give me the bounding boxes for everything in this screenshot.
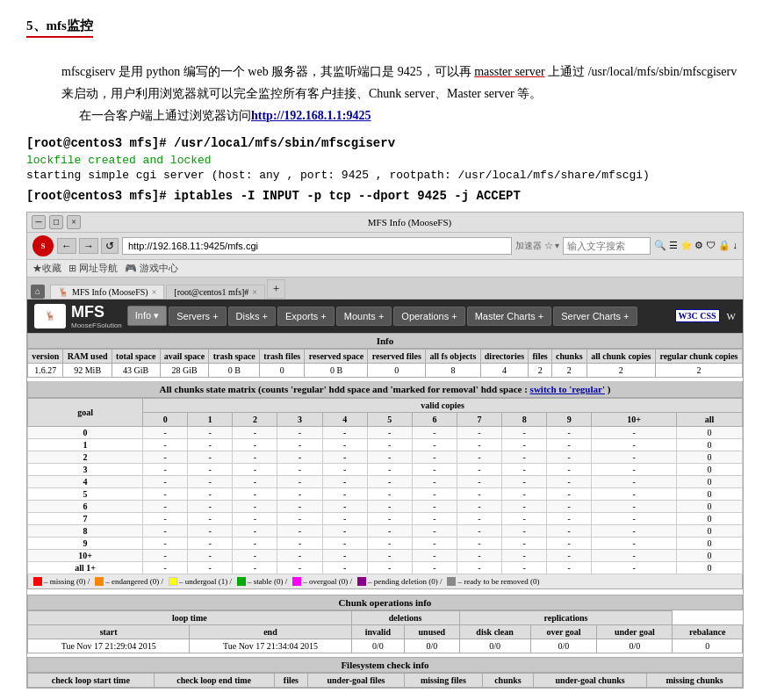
- mfs-header: 🦌 MFS MooseFSolution Info ▾ Servers + Di…: [27, 299, 743, 333]
- matrix-cell: -: [592, 438, 677, 451]
- col-rebalance: rebalance: [673, 624, 743, 639]
- browser-tab-mfs[interactable]: 🦌 MFS Info (MooseFS) ×: [50, 285, 164, 299]
- browser-forward-btn[interactable]: →: [79, 238, 98, 254]
- home-icon[interactable]: ⌂: [31, 285, 45, 299]
- matrix-switch-link[interactable]: switch to 'regular': [530, 384, 605, 394]
- cell-disk-clean: 0/0: [459, 639, 530, 653]
- matrix-row: 1-----------0: [28, 438, 743, 451]
- fs-cell-5: [404, 687, 482, 688]
- mfs-nav-master-charts[interactable]: Master Charts +: [467, 307, 552, 326]
- bookmark-collect[interactable]: ★收藏: [32, 262, 61, 275]
- mfs-nav-info[interactable]: Info ▾: [127, 306, 167, 326]
- mfs-nav-exports[interactable]: Exports +: [277, 307, 335, 326]
- masster-server-link: masster server: [474, 65, 544, 78]
- mfs-nav-mounts[interactable]: Mounts +: [336, 307, 392, 326]
- matrix-cell: -: [277, 451, 322, 463]
- legend-missing-label: – missing (0) /: [44, 577, 90, 586]
- matrix-cell: -: [502, 500, 547, 512]
- cell-rebalance: 0: [673, 639, 743, 653]
- fs-cell-3: [274, 687, 307, 688]
- cell-ram: 92 MiB: [63, 363, 112, 377]
- bookmark-nav[interactable]: ⊞ 网址导航: [68, 262, 118, 275]
- matrix-cell: -: [502, 463, 547, 475]
- w3c-extra: W: [727, 311, 736, 321]
- bookmark-games[interactable]: 🎮 游戏中心: [125, 262, 178, 275]
- matrix-cell: -: [502, 524, 547, 537]
- matrix-cell: -: [143, 512, 188, 524]
- matrix-cell: -: [412, 451, 457, 463]
- browser-refresh-btn[interactable]: ↺: [101, 238, 119, 254]
- matrix-row-goal: 5: [28, 487, 143, 500]
- matrix-cell: -: [457, 426, 501, 438]
- matrix-row: all 1+-----------0: [28, 561, 743, 574]
- matrix-cell: -: [322, 463, 367, 475]
- matrix-row: 4-----------0: [28, 475, 743, 487]
- legend-overgoal: – overgoal (0) /: [292, 577, 352, 586]
- legend-undergoal: – undergoal (1) /: [169, 577, 232, 586]
- mfs-nav: Info ▾ Servers + Disks + Exports + Mount…: [127, 306, 670, 326]
- matrix-cell: -: [502, 475, 547, 487]
- mfs-nav-servers[interactable]: Servers +: [169, 307, 226, 326]
- tab-root-close-icon[interactable]: ×: [252, 287, 257, 297]
- browser-maximize-btn[interactable]: □: [49, 215, 63, 229]
- matrix-cell: -: [592, 512, 677, 524]
- col-3: 3: [277, 412, 322, 426]
- matrix-cell: -: [412, 438, 457, 451]
- browser-search-input[interactable]: [563, 237, 651, 255]
- matrix-cell: -: [547, 475, 592, 487]
- matrix-cell: -: [188, 451, 233, 463]
- matrix-cell: 0: [677, 487, 743, 500]
- matrix-cell: -: [233, 475, 277, 487]
- col-avail-space: avail space: [160, 349, 209, 363]
- matrix-cell: -: [457, 438, 501, 451]
- mfs-logo-area: 🦌 MFS MooseFSolution: [34, 303, 122, 329]
- command1-block: [root@centos3 mfs]# /usr/local/mfs/sbin/…: [26, 136, 744, 150]
- mfs-nav-operations[interactable]: Operations +: [393, 307, 464, 326]
- fs-cell-2: [154, 687, 274, 688]
- matrix-cell: -: [592, 524, 677, 537]
- col-start: start: [28, 624, 190, 639]
- mfs-brand-subtitle: MooseFSolution: [71, 321, 122, 329]
- cell-directories: 4: [480, 363, 529, 377]
- legend-missing: – missing (0) /: [33, 577, 90, 586]
- matrix-legend: – missing (0) / – endangered (0) / – und…: [27, 574, 743, 589]
- legend-endangered-color: [95, 577, 104, 586]
- col-unused: unused: [405, 624, 459, 639]
- matrix-cell: -: [233, 512, 277, 524]
- matrix-row: 9-----------0: [28, 537, 743, 549]
- info-section: Info version RAM used total space avail …: [27, 333, 743, 378]
- browser-minimize-btn[interactable]: ─: [32, 215, 46, 229]
- matrix-cell: -: [547, 561, 592, 574]
- ops-table: loop time deletions replications start e…: [27, 610, 743, 653]
- matrix-cell: -: [277, 549, 322, 561]
- tab-mfs-close-icon[interactable]: ×: [152, 287, 157, 297]
- command1-text: [root@centos3 mfs]# /usr/local/mfs/sbin/…: [26, 136, 395, 150]
- browser-close-btn[interactable]: ×: [67, 215, 81, 229]
- matrix-cell: -: [143, 426, 188, 438]
- col-reserved-space: reserved space: [305, 349, 368, 363]
- matrix-cell: 0: [677, 463, 743, 475]
- col-files-count: files: [274, 673, 307, 687]
- matrix-cell: 0: [677, 524, 743, 537]
- col-10plus: 10+: [592, 412, 677, 426]
- access-url-link[interactable]: http://192.168.1.1:9425: [251, 109, 371, 122]
- new-tab-btn[interactable]: +: [267, 279, 285, 299]
- matrix-row-goal: 2: [28, 451, 143, 463]
- browser-back-btn[interactable]: ←: [57, 238, 76, 254]
- matrix-cell: -: [367, 438, 412, 451]
- fs-header: Filesystem check info: [27, 657, 743, 673]
- matrix-cell: -: [233, 463, 277, 475]
- matrix-cell: -: [322, 426, 367, 438]
- matrix-cell: -: [367, 524, 412, 537]
- browser-titlebar: ─ □ × MFS Info (MooseFS): [27, 213, 743, 233]
- mfs-nav-disks[interactable]: Disks +: [228, 307, 276, 326]
- cell-files: 2: [529, 363, 551, 377]
- mfs-brand-name: MFS: [71, 303, 104, 321]
- matrix-row: 8-----------0: [28, 524, 743, 537]
- mfs-nav-server-charts[interactable]: Server Charts +: [553, 307, 637, 326]
- matrix-cell: 0: [677, 549, 743, 561]
- browser-url-input[interactable]: [122, 237, 512, 255]
- col-1: 1: [188, 412, 233, 426]
- page-container: 5、mfs监控 mfscgiserv 是用 python 编写的一个 web 服…: [0, 0, 770, 700]
- browser-tab-root[interactable]: [root@centos1 mfs]# ×: [166, 285, 265, 299]
